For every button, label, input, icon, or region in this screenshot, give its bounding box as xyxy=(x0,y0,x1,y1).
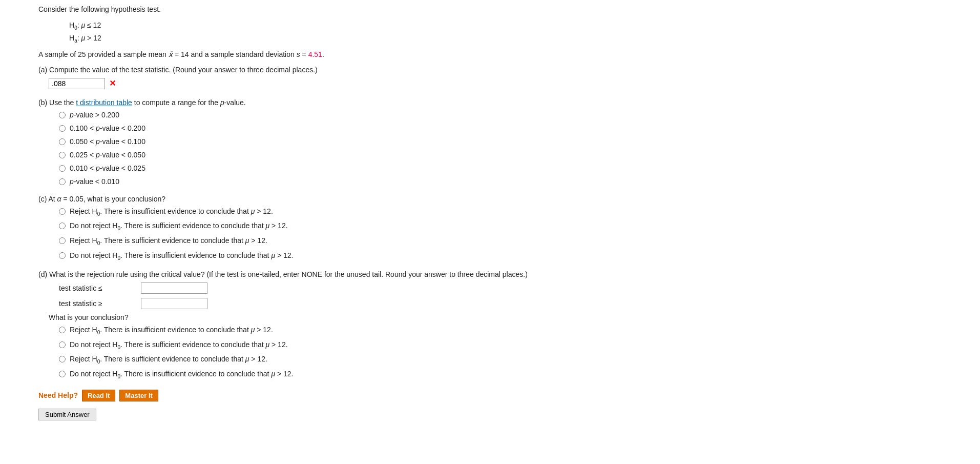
d-radio-1[interactable] xyxy=(59,327,66,333)
submit-row: Submit Answer xyxy=(38,409,949,420)
rejection-inputs: test statistic ≤ test statistic ≥ xyxy=(49,283,949,309)
part-d-header: (d) What is the rejection rule using the… xyxy=(38,270,949,278)
rejection-row-leq: test statistic ≤ xyxy=(59,283,949,294)
h0-text: H0: μ ≤ 12 xyxy=(69,19,949,32)
clear-icon[interactable]: ✕ xyxy=(109,78,116,88)
part-d-label: (d) xyxy=(38,270,47,278)
d-option-2: Do not reject H0. There is sufficient ev… xyxy=(59,340,949,350)
c-option-4: Do not reject H0. There is insufficient … xyxy=(59,251,949,261)
part-a-label: (a) xyxy=(38,66,47,74)
part-b-block: (b) Use the t distribution table to comp… xyxy=(38,98,949,186)
b-option-3: 0.050 < p-value < 0.100 xyxy=(59,137,949,146)
c-radio-3[interactable] xyxy=(59,237,66,244)
d-label-4: Do not reject H0. There is insufficient … xyxy=(70,370,293,379)
d-option-4: Do not reject H0. There is insufficient … xyxy=(59,370,949,379)
b-radio-5[interactable] xyxy=(59,165,66,172)
master-it-button[interactable]: Master It xyxy=(119,390,158,401)
b-label-4: 0.025 < p-value < 0.050 xyxy=(70,151,145,159)
part-d-text: What is the rejection rule using the cri… xyxy=(49,270,528,278)
b-option-1: p-value > 0.200 xyxy=(59,111,949,119)
part-c-label: (c) xyxy=(38,195,47,203)
b-radio-6[interactable] xyxy=(59,178,66,185)
t-dist-link[interactable]: t distribution table xyxy=(76,98,132,107)
need-help-section: Need Help? Read It Master It xyxy=(38,390,949,401)
d-option-1: Reject H0. There is insufficient evidenc… xyxy=(59,326,949,335)
d-radio-2[interactable] xyxy=(59,341,66,348)
part-b-header: (b) Use the t distribution table to comp… xyxy=(38,98,949,107)
part-c-text: At α = 0.05, what is your conclusion? xyxy=(48,195,165,203)
conclusion-header: What is your conclusion? xyxy=(49,313,949,321)
part-c-block: (c) At α = 0.05, what is your conclusion… xyxy=(38,195,949,261)
c-option-3: Reject H0. There is sufficient evidence … xyxy=(59,236,949,246)
part-a-block: (a) Compute the value of the test statis… xyxy=(38,66,949,89)
hypotheses-block: H0: μ ≤ 12 Ha: μ > 12 xyxy=(69,19,949,45)
rejection-geq-label: test statistic ≥ xyxy=(59,299,141,308)
part-c-options: Reject H0. There is insufficient evidenc… xyxy=(59,207,949,261)
ha-text: Ha: μ > 12 xyxy=(69,32,949,45)
sample-description: A sample of 25 provided a sample mean x̄… xyxy=(38,50,949,58)
s-label: s xyxy=(297,50,300,58)
d-radio-4[interactable] xyxy=(59,371,66,377)
part-d-block: (d) What is the rejection rule using the… xyxy=(38,270,949,379)
part-b-options: p-value > 0.200 0.100 < p-value < 0.200 … xyxy=(59,111,949,186)
b-radio-4[interactable] xyxy=(59,152,66,158)
part-a-input-row: ✕ xyxy=(49,78,949,89)
d-option-3: Reject H0. There is sufficient evidence … xyxy=(59,355,949,365)
c-radio-1[interactable] xyxy=(59,208,66,215)
read-it-button[interactable]: Read It xyxy=(82,390,115,401)
c-label-4: Do not reject H0. There is insufficient … xyxy=(70,251,293,261)
c-label-1: Reject H0. There is insufficient evidenc… xyxy=(70,207,273,217)
b-option-2: 0.100 < p-value < 0.200 xyxy=(59,124,949,132)
b-label-1: p-value > 0.200 xyxy=(70,111,119,119)
c-radio-4[interactable] xyxy=(59,252,66,259)
rejection-leq-label: test statistic ≤ xyxy=(59,284,141,292)
rejection-geq-input[interactable] xyxy=(141,298,207,309)
test-statistic-input[interactable] xyxy=(49,78,105,89)
d-label-2: Do not reject H0. There is sufficient ev… xyxy=(70,340,288,350)
part-c-header: (c) At α = 0.05, what is your conclusion… xyxy=(38,195,949,203)
b-option-5: 0.010 < p-value < 0.025 xyxy=(59,164,949,172)
c-radio-2[interactable] xyxy=(59,223,66,229)
rejection-row-geq: test statistic ≥ xyxy=(59,298,949,309)
part-b-label: (b) xyxy=(38,98,47,107)
s-value: 4.51 xyxy=(308,50,322,58)
part-d-options: Reject H0. There is insufficient evidenc… xyxy=(59,326,949,379)
submit-button[interactable]: Submit Answer xyxy=(38,409,96,420)
d-label-3: Reject H0. There is sufficient evidence … xyxy=(70,355,267,365)
b-option-4: 0.025 < p-value < 0.050 xyxy=(59,151,949,159)
c-option-1: Reject H0. There is insufficient evidenc… xyxy=(59,207,949,217)
c-option-2: Do not reject H0. There is sufficient ev… xyxy=(59,221,949,231)
xbar: x̄ xyxy=(169,50,173,58)
d-radio-3[interactable] xyxy=(59,356,66,362)
b-label-6: p-value < 0.010 xyxy=(70,177,119,186)
b-label-2: 0.100 < p-value < 0.200 xyxy=(70,124,145,132)
b-label-3: 0.050 < p-value < 0.100 xyxy=(70,137,145,146)
rejection-leq-input[interactable] xyxy=(141,283,207,294)
part-a-header: (a) Compute the value of the test statis… xyxy=(38,66,949,74)
b-radio-2[interactable] xyxy=(59,125,66,132)
d-label-1: Reject H0. There is insufficient evidenc… xyxy=(70,326,273,335)
c-label-3: Reject H0. There is sufficient evidence … xyxy=(70,236,267,246)
b-option-6: p-value < 0.010 xyxy=(59,177,949,186)
intro-text: Consider the following hypothesis test. xyxy=(38,5,949,13)
b-radio-3[interactable] xyxy=(59,138,66,145)
b-radio-1[interactable] xyxy=(59,112,66,118)
need-help-label: Need Help? xyxy=(38,391,78,399)
b-label-5: 0.010 < p-value < 0.025 xyxy=(70,164,145,172)
c-label-2: Do not reject H0. There is sufficient ev… xyxy=(70,221,288,231)
part-a-text: Compute the value of the test statistic.… xyxy=(49,66,318,74)
part-b-text: Use the t distribution table to compute … xyxy=(49,98,246,107)
